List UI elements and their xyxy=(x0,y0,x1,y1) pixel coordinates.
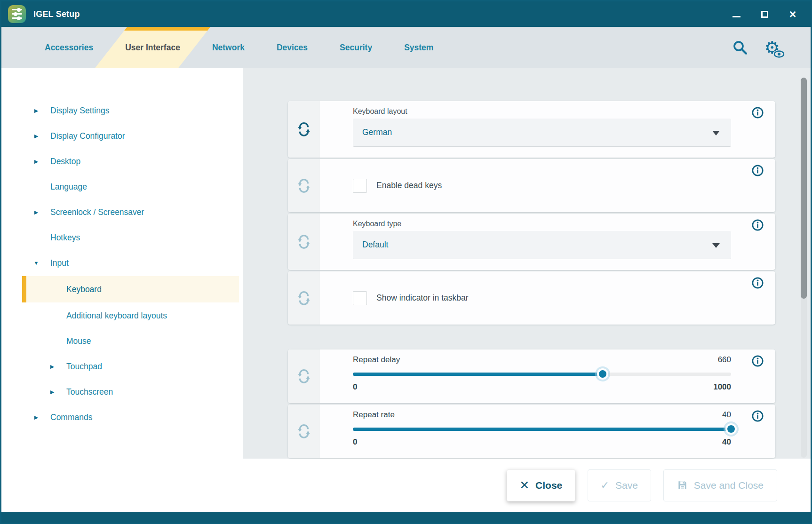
close-x-icon: ✕ xyxy=(519,479,529,491)
setting-row-keyboard-type: Keyboard type Default xyxy=(288,214,775,270)
dropdown-caret-icon xyxy=(712,243,720,248)
maximize-icon xyxy=(761,11,768,18)
info-button[interactable] xyxy=(751,219,764,231)
tree-item-hotkeys[interactable]: Hotkeys xyxy=(22,225,239,250)
reset-button[interactable] xyxy=(296,234,311,249)
repeat-rate-slider-thumb[interactable] xyxy=(725,423,737,435)
setting-row-repeat-rate: Repeat rate 40 0 40 xyxy=(288,405,775,458)
content-area: Display Settings Display Configurator De… xyxy=(1,68,811,459)
info-icon xyxy=(751,106,764,119)
tab-devices[interactable]: Devices xyxy=(261,27,324,68)
tree-item-keyboard[interactable]: Keyboard xyxy=(22,276,239,302)
reset-button[interactable] xyxy=(296,424,311,439)
slider-label: Repeat delay xyxy=(353,355,400,365)
checkbox-label: Enable dead keys xyxy=(376,181,442,191)
dropdown-caret-icon xyxy=(712,131,720,135)
slider-value: 40 xyxy=(722,410,731,420)
reset-icon xyxy=(296,122,311,137)
tree-item-display-configurator[interactable]: Display Configurator xyxy=(22,124,239,148)
slider-value: 660 xyxy=(718,355,731,365)
window-title: IGEL Setup xyxy=(33,9,80,19)
reset-icon xyxy=(296,291,311,306)
tree-item-display-settings[interactable]: Display Settings xyxy=(22,98,239,123)
repeat-delay-slider-fill xyxy=(353,373,603,376)
chevron-right-icon xyxy=(22,159,50,165)
chevron-right-icon xyxy=(22,133,50,139)
slider-max: 1000 xyxy=(713,382,731,392)
tab-accessories[interactable]: Accessories xyxy=(29,27,109,68)
setting-row-repeat-delay: Repeat delay 660 0 1000 xyxy=(288,349,775,403)
minimize-button[interactable] xyxy=(732,9,741,19)
selected-value: Default xyxy=(362,240,388,250)
repeat-delay-slider-thumb[interactable] xyxy=(597,368,608,380)
info-button[interactable] xyxy=(751,410,764,422)
chevron-down-icon xyxy=(22,260,50,266)
search-button[interactable] xyxy=(731,38,749,57)
tab-network[interactable]: Network xyxy=(196,27,261,68)
tab-system[interactable]: System xyxy=(388,27,449,68)
slider-max: 40 xyxy=(722,437,731,447)
slider-label: Repeat rate xyxy=(353,410,395,420)
save-and-close-button[interactable]: Save and Close xyxy=(663,469,777,501)
footer-bar: ✕ Close ✓ Save Save and Close xyxy=(1,459,811,512)
tree-item-screenlock-screensaver[interactable]: Screenlock / Screensaver xyxy=(22,200,239,224)
info-button[interactable] xyxy=(751,277,764,289)
info-icon xyxy=(751,410,764,422)
close-window-button[interactable]: × xyxy=(788,9,797,19)
setting-row-show-indicator: Show indicator in taskbar xyxy=(288,271,775,325)
window-controls: × xyxy=(732,9,802,19)
reset-button[interactable] xyxy=(296,122,311,137)
repeat-delay-slider[interactable] xyxy=(353,368,731,380)
tree-item-input[interactable]: Input xyxy=(22,251,239,275)
settings-panel: Keyboard layout German xyxy=(243,68,811,459)
close-button[interactable]: ✕ Close xyxy=(507,469,575,501)
info-icon xyxy=(751,219,764,231)
maximize-button[interactable] xyxy=(760,9,769,19)
tree-item-touchpad[interactable]: Touchpad xyxy=(22,354,239,379)
info-button[interactable] xyxy=(751,164,764,177)
title-bar: IGEL Setup × xyxy=(1,1,811,27)
reset-button[interactable] xyxy=(296,369,311,384)
field-label: Keyboard type xyxy=(353,214,731,228)
tree-item-mouse[interactable]: Mouse xyxy=(22,329,239,353)
tree-item-commands[interactable]: Commands xyxy=(22,405,239,429)
reset-icon xyxy=(296,369,311,384)
info-icon xyxy=(751,277,764,289)
reset-button[interactable] xyxy=(296,178,311,193)
chevron-right-icon xyxy=(22,414,50,421)
minimize-icon xyxy=(732,11,740,17)
tree-item-desktop[interactable]: Desktop xyxy=(22,149,239,174)
reset-icon xyxy=(296,178,311,193)
setting-row-enable-dead-keys: Enable dead keys xyxy=(288,159,775,212)
eye-icon xyxy=(773,50,785,58)
save-button[interactable]: ✓ Save xyxy=(588,469,651,501)
repeat-rate-slider[interactable] xyxy=(353,423,731,435)
show-indicator-checkbox[interactable] xyxy=(353,291,367,305)
repeat-rate-slider-fill xyxy=(353,428,731,431)
chevron-right-icon xyxy=(22,209,50,215)
tree-item-touchscreen[interactable]: Touchscreen xyxy=(22,380,239,404)
reset-icon xyxy=(296,424,311,439)
igel-logo-icon xyxy=(8,5,26,23)
enable-dead-keys-checkbox[interactable] xyxy=(353,179,367,193)
scrollbar-thumb[interactable] xyxy=(801,78,807,299)
field-label: Keyboard layout xyxy=(353,101,731,116)
info-button[interactable] xyxy=(751,106,764,119)
tree-item-language[interactable]: Language xyxy=(22,175,239,199)
check-icon: ✓ xyxy=(601,480,609,491)
checkbox-label: Show indicator in taskbar xyxy=(376,293,469,303)
floppy-disk-icon xyxy=(677,480,688,491)
keyboard-layout-select[interactable]: German xyxy=(353,119,731,147)
tab-user-interface[interactable]: User Interface xyxy=(109,27,196,68)
igel-setup-window: IGEL Setup × Accessories User Interface … xyxy=(0,0,812,524)
info-button[interactable] xyxy=(751,355,764,367)
view-settings-button[interactable]: ⚙ xyxy=(763,38,781,57)
tab-bar: Accessories User Interface Network Devic… xyxy=(1,27,811,68)
keyboard-type-select[interactable]: Default xyxy=(353,231,731,259)
tree-item-additional-keyboard-layouts[interactable]: Additional keyboard layouts xyxy=(22,303,239,328)
chevron-right-icon xyxy=(38,389,66,395)
window-bottom-edge xyxy=(1,512,811,523)
tab-security[interactable]: Security xyxy=(324,27,388,68)
reset-icon xyxy=(296,234,311,249)
reset-button[interactable] xyxy=(296,291,311,306)
